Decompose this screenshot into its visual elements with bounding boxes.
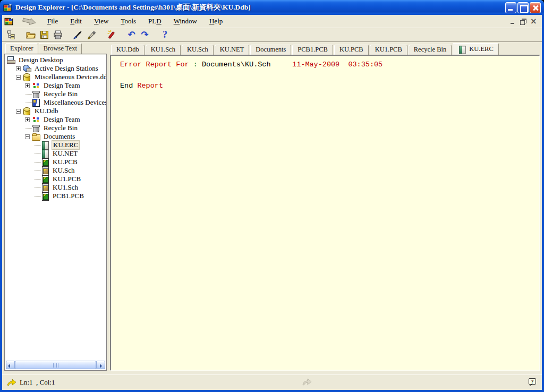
tree-item-label: Design Team [42, 115, 81, 124]
menu-file[interactable]: File [42, 16, 63, 27]
doctab-pcb1.pcb[interactable]: PCB1.PCB [292, 45, 333, 55]
tree-item[interactable]: Design Desktop [5, 56, 106, 64]
explorer-toggle-button[interactable] [4, 28, 18, 41]
work-area: ExplorerBrowse Text Design DesktopActive… [2, 42, 542, 374]
tree-connector [34, 154, 41, 154]
scrollbar-thumb[interactable] [15, 361, 96, 369]
doc-pcb-icon [41, 175, 49, 183]
mdi-minimize-button[interactable] [508, 18, 517, 25]
redo-button[interactable]: ↷ [138, 28, 151, 41]
tree-item[interactable]: Recycle Bin [5, 124, 106, 132]
tab-browse-text[interactable]: Browse Text [39, 43, 82, 54]
tree-expand-plus-icon[interactable] [25, 83, 30, 88]
doctab-documents[interactable]: Documents [250, 45, 291, 55]
tree-item[interactable]: Miscellaneous Devices.lib [5, 98, 106, 107]
open-folder-button[interactable] [24, 28, 38, 41]
explorer-tree: Design DesktopActive Design StationsMisc… [5, 56, 106, 360]
tree-item[interactable]: Miscellaneous Devices.ddb [5, 73, 106, 81]
tree-expand-plus-icon[interactable] [16, 66, 21, 71]
doctab-label: KU1.PCB [375, 46, 402, 54]
context-help-icon[interactable]: ? [528, 378, 537, 387]
pen-button[interactable] [84, 28, 98, 41]
doctab-label: PCB1.PCB [298, 46, 328, 54]
menu-pld[interactable]: PLD [143, 16, 166, 27]
report-line: Error Report For : Documents\KU.Sch 11-M… [120, 59, 535, 70]
print-button[interactable] [51, 28, 64, 41]
doctab-label: Recycle Bin [414, 46, 446, 54]
tree-expand-minus-icon[interactable] [16, 75, 21, 80]
doctab-ku.erc[interactable]: KU.ERC [453, 43, 499, 55]
tree-expand-minus-icon[interactable] [16, 109, 21, 114]
doctab-ku.net[interactable]: KU.NET [215, 45, 249, 55]
wand-button[interactable] [105, 28, 118, 41]
tree-item[interactable]: KU.Sch [5, 166, 106, 175]
window-title: Design Explorer - [C:\Documents and Sett… [15, 3, 504, 12]
tree-item-label: Recycle Bin [42, 124, 79, 132]
window-frame: FileEditViewToolsPLDWindowHelp ↶↷? Explo… [0, 15, 544, 392]
sidebar: ExplorerBrowse Text Design DesktopActive… [4, 43, 107, 371]
tree-connector [25, 94, 32, 95]
doctab-recycle-bin[interactable]: Recycle Bin [409, 45, 452, 55]
explorer-toggle-icon [6, 30, 15, 39]
doctab-label: KU.Ddb [116, 46, 139, 54]
team-icon [32, 82, 40, 89]
doctab-ku.ddb[interactable]: KU.Ddb [111, 45, 144, 55]
tab-explorer[interactable]: Explorer [5, 43, 38, 54]
doc-sch-icon [41, 184, 49, 191]
menu-view[interactable]: View [89, 16, 113, 27]
tree-connector [34, 179, 41, 180]
tree-item[interactable]: KU1.Sch [5, 183, 106, 192]
tree-item-label: Design Team [42, 81, 81, 90]
tree-item[interactable]: Design Team [5, 115, 106, 124]
save-button[interactable] [38, 28, 51, 41]
maximize-button[interactable] [517, 2, 529, 13]
mdi-restore-button[interactable] [518, 18, 528, 25]
help-button[interactable]: ? [158, 28, 172, 41]
tree-expand-minus-icon[interactable] [25, 134, 30, 139]
horizontal-scrollbar[interactable] [6, 361, 105, 369]
doctab-label: KU.ERC [469, 45, 494, 53]
menu-items: FileEditViewToolsPLDWindowHelp [42, 16, 230, 27]
tree-item-label: KU.Ddb [33, 107, 59, 115]
tree-item[interactable]: KU.Ddb [5, 107, 106, 115]
open-folder-icon [26, 30, 36, 39]
close-button[interactable] [530, 2, 541, 13]
doctab-ku.pcb[interactable]: KU.PCB [334, 45, 369, 55]
undo-icon: ↶ [128, 30, 135, 39]
report-view[interactable]: Error Report For : Documents\KU.Sch 11-M… [110, 55, 540, 371]
wand-icon [107, 30, 116, 39]
tree-item[interactable]: KU.NET [5, 149, 106, 158]
doctab-ku1.pcb[interactable]: KU1.PCB [370, 45, 407, 55]
knife-icon [73, 30, 83, 39]
menu-help[interactable]: Help [205, 16, 227, 27]
scroll-right-button[interactable] [96, 361, 105, 369]
menu-edit[interactable]: Edit [65, 16, 87, 27]
menu-window[interactable]: Window [169, 16, 202, 27]
tree-item[interactable]: KU.PCB [5, 158, 106, 166]
redo-icon: ↷ [141, 30, 148, 39]
doctab-ku1.sch[interactable]: KU1.Sch [146, 45, 181, 55]
doctab-ku.sch[interactable]: KU.Sch [182, 45, 214, 55]
tree-item[interactable]: Design Team [5, 81, 106, 90]
menubar: FileEditViewToolsPLDWindowHelp [2, 15, 542, 28]
document-app-icon[interactable] [4, 16, 14, 26]
stations-icon [23, 65, 31, 72]
tree-item[interactable]: Recycle Bin [5, 90, 106, 98]
tree-item[interactable]: Documents [5, 132, 106, 141]
tree-connector [25, 103, 32, 103]
mdi-buttons [507, 18, 538, 25]
doc-text-icon [41, 141, 49, 149]
tree-item[interactable]: Active Design Stations [5, 64, 106, 73]
knife-button[interactable] [71, 28, 84, 41]
tree-item[interactable]: PCB1.PCB [5, 192, 106, 200]
doc-text-icon [458, 46, 466, 53]
undo-button[interactable]: ↶ [125, 28, 138, 41]
titlebar[interactable]: Design Explorer - [C:\Documents and Sett… [0, 0, 544, 15]
scroll-left-button[interactable] [6, 361, 15, 369]
tree-item[interactable]: KU.ERC [5, 141, 106, 149]
tree-expand-plus-icon[interactable] [25, 117, 30, 122]
minimize-button[interactable] [505, 2, 516, 13]
menu-tools[interactable]: Tools [116, 16, 141, 27]
mdi-close-button[interactable] [529, 18, 538, 25]
tree-item[interactable]: KU1.PCB [5, 175, 106, 183]
